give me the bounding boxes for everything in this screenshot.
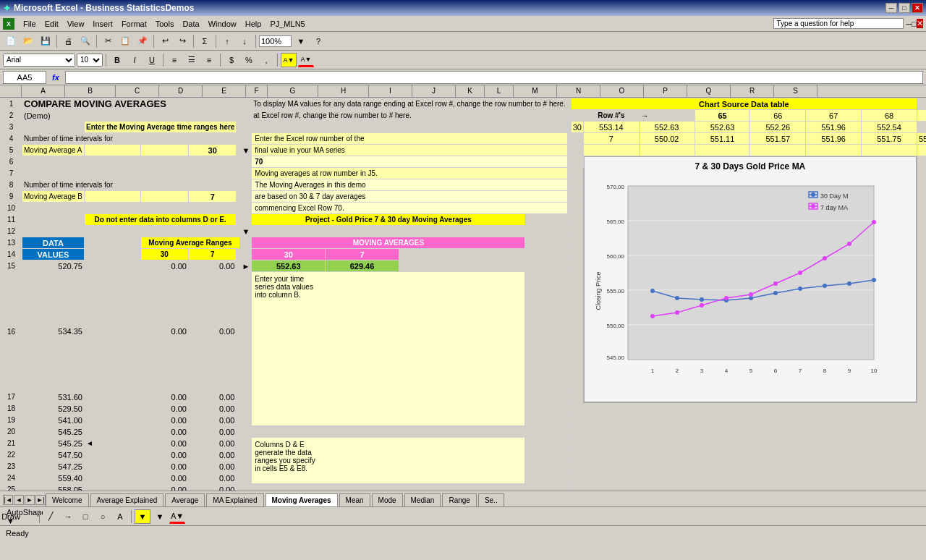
cell-a5[interactable]: Moving Average A xyxy=(22,145,85,156)
cell-g5[interactable]: final value in your MA series xyxy=(252,145,567,156)
comma-btn[interactable]: , xyxy=(258,53,274,67)
cell-d5[interactable]: 30 xyxy=(188,145,236,156)
save-btn[interactable]: 💾 xyxy=(38,34,54,48)
cell-b3[interactable]: Enter the Moving Average time ranges her… xyxy=(84,122,236,133)
cell-o2[interactable]: 65 xyxy=(694,110,750,122)
col-header-Q[interactable]: Q xyxy=(687,85,731,97)
cell-q4[interactable]: 551.96 xyxy=(806,133,862,145)
col-header-J[interactable]: J xyxy=(412,85,456,97)
col-header-R[interactable]: R xyxy=(731,85,774,97)
menu-help[interactable]: Help xyxy=(241,18,266,30)
cell-g9[interactable]: are based on 30 & 7 day averages xyxy=(252,191,567,203)
val-15[interactable]: 520.75 xyxy=(22,260,85,272)
tab-moving-averages[interactable]: Moving Averages xyxy=(266,493,338,506)
sort-desc-btn[interactable]: ↓ xyxy=(237,34,252,48)
align-center-btn[interactable]: ☰ xyxy=(184,53,200,67)
col-header-D[interactable]: D xyxy=(159,85,203,97)
menu-window[interactable]: Window xyxy=(204,18,241,30)
tab-median[interactable]: Median xyxy=(404,493,441,506)
new-btn[interactable]: 📄 xyxy=(3,34,19,48)
align-right-btn[interactable]: ≡ xyxy=(201,53,217,67)
tab-nav-prev[interactable]: ◄ xyxy=(14,495,24,505)
h15[interactable]: 629.46 xyxy=(326,260,399,272)
line-color-btn[interactable]: ▼ xyxy=(152,509,168,524)
bold-btn[interactable]: B xyxy=(109,53,125,67)
cell-o4[interactable]: 551.11 xyxy=(694,133,750,145)
cell-a2[interactable]: (Demo) xyxy=(22,110,141,122)
cell-n3[interactable]: 553.14 xyxy=(583,122,639,133)
cell-s3[interactable]: 552.54 xyxy=(862,122,917,133)
undo-btn[interactable]: ↩ xyxy=(157,34,173,48)
col-header-H[interactable]: H xyxy=(318,85,369,97)
col-header-M[interactable]: M xyxy=(514,85,557,97)
cell-q2[interactable]: 67 xyxy=(806,110,862,122)
cell-m4[interactable]: 7 xyxy=(583,133,639,145)
col-header-P[interactable]: P xyxy=(644,85,687,97)
cell-s2[interactable]: 69 xyxy=(917,110,926,122)
col-header-C[interactable]: C xyxy=(116,85,159,97)
font-color-btn[interactable]: A▼ xyxy=(298,53,314,67)
cell-s4[interactable]: 553.29 xyxy=(917,133,926,145)
cell-o3[interactable]: 552.63 xyxy=(639,122,694,133)
help-toolbar-btn[interactable]: ? xyxy=(310,34,326,48)
cell-b11[interactable]: Do not enter data into columns D or E. xyxy=(84,214,236,226)
col-header-K[interactable]: K xyxy=(456,85,485,97)
cell-r4[interactable]: 551.75 xyxy=(862,133,917,145)
project-label[interactable]: Project - Gold Price 7 & 30 day Moving A… xyxy=(252,214,525,226)
cell-q3[interactable]: 552.26 xyxy=(750,122,806,133)
fill-color-btn[interactable]: A▼ xyxy=(281,53,297,67)
menu-edit[interactable]: Edit xyxy=(41,18,63,30)
size-selector[interactable]: 10 xyxy=(77,54,103,67)
print-btn[interactable]: 🖨 xyxy=(60,34,76,48)
g15[interactable]: 552.63 xyxy=(252,260,326,272)
cell-m1[interactable]: Chart Source Data table xyxy=(571,98,917,110)
help-maximize[interactable]: □ xyxy=(912,20,917,28)
sum-btn[interactable]: Σ xyxy=(197,34,213,48)
menu-insert[interactable]: Insert xyxy=(88,18,117,30)
menu-view[interactable]: View xyxy=(63,18,89,30)
cell-n4[interactable]: 550.02 xyxy=(639,133,694,145)
cell-r2[interactable]: 68 xyxy=(862,110,917,122)
tab-nav-next[interactable]: ► xyxy=(25,495,35,505)
help-minimize[interactable]: ─ xyxy=(906,20,912,28)
copy-btn[interactable]: 📋 xyxy=(117,34,133,48)
tab-nav-first[interactable]: |◄ xyxy=(3,495,13,505)
d15[interactable]: 0.00 xyxy=(140,260,188,272)
menu-tools[interactable]: Tools xyxy=(151,18,179,30)
menu-pjmln5[interactable]: PJ_MLN5 xyxy=(266,18,309,30)
preview-btn[interactable]: 🔍 xyxy=(77,34,93,48)
help-close[interactable]: ✕ xyxy=(917,19,923,28)
maximize-button[interactable]: □ xyxy=(899,3,910,13)
minimize-button[interactable]: ─ xyxy=(885,3,897,13)
cell-p3[interactable]: 552.63 xyxy=(694,122,750,133)
tab-mean[interactable]: Mean xyxy=(339,493,370,506)
menu-data[interactable]: Data xyxy=(178,18,203,30)
col-header-A[interactable]: A xyxy=(22,85,65,97)
cell-g10[interactable]: commencing Excel Row 70. xyxy=(252,203,567,214)
cell-a8[interactable]: Number of time intervals for xyxy=(22,179,189,191)
val-16[interactable]: 534.35 xyxy=(22,272,85,391)
arrow-draw-btn[interactable]: → xyxy=(60,509,76,524)
font-color-draw-btn[interactable]: A▼ xyxy=(169,509,185,524)
tab-average-explained[interactable]: Average Explained xyxy=(90,493,164,506)
tab-range[interactable]: Range xyxy=(442,493,476,506)
e15[interactable]: 0.00 xyxy=(188,260,236,272)
fill-color-draw-btn[interactable]: ▼ xyxy=(135,509,150,524)
zoom-dropdown[interactable]: ▼ xyxy=(293,34,309,48)
help-box[interactable]: Type a question for help xyxy=(773,18,904,29)
col-header-N[interactable]: N xyxy=(557,85,600,97)
col-header-E[interactable]: E xyxy=(203,85,246,97)
menu-file[interactable]: File xyxy=(19,18,41,30)
cell-m3[interactable]: 30 xyxy=(571,122,583,133)
line-btn[interactable]: ╱ xyxy=(43,509,59,524)
paste-btn[interactable]: 📌 xyxy=(135,34,150,48)
currency-btn[interactable]: $ xyxy=(224,53,239,67)
cell-g2[interactable]: at Excel row #, change the row number to… xyxy=(252,110,567,122)
tab-welcome[interactable]: Welcome xyxy=(46,493,89,506)
font-selector[interactable]: Arial xyxy=(3,54,75,67)
cell-g4[interactable]: Enter the Excel row number of the xyxy=(252,133,567,145)
col-header-O[interactable]: O xyxy=(600,85,644,97)
cell-p4[interactable]: 551.57 xyxy=(750,133,806,145)
sort-asc-btn[interactable]: ↑ xyxy=(219,34,235,48)
tab-se[interactable]: Se.. xyxy=(478,493,504,506)
